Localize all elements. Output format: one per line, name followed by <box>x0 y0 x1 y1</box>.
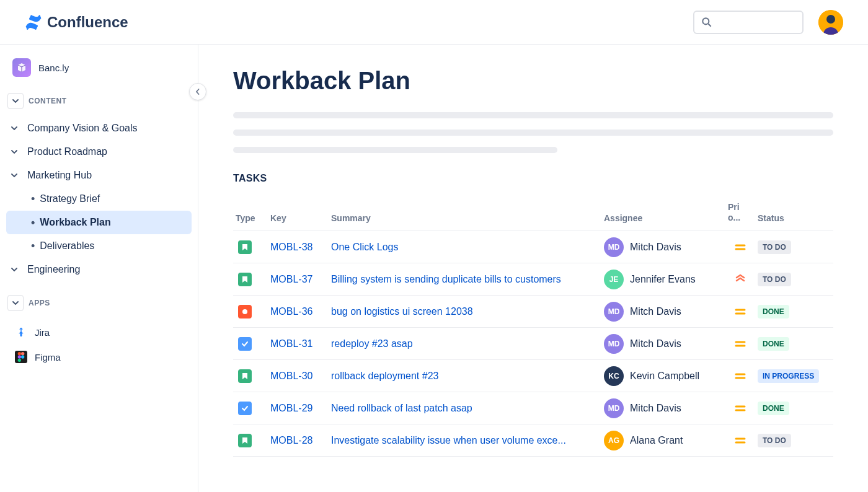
svg-point-6 <box>18 355 21 358</box>
type-cell <box>233 337 268 351</box>
issue-key-link[interactable]: MOBL-29 <box>268 403 329 414</box>
assignee-cell[interactable]: MD Mitch Davis <box>601 237 725 257</box>
bullet-icon: • <box>31 217 35 228</box>
col-header-status[interactable]: Status <box>755 208 823 231</box>
table-header-row: Type Key Summary Assignee Pri o... Statu… <box>233 191 833 231</box>
tree-item-deliverables[interactable]: • Deliverables <box>6 234 192 258</box>
issue-summary-link[interactable]: bug on logistics ui screen 12038 <box>329 306 601 317</box>
issue-key-link[interactable]: MOBL-28 <box>268 435 329 446</box>
status-cell: DONE <box>755 402 823 415</box>
app-item-figma[interactable]: Figma <box>6 345 192 369</box>
status-badge: DONE <box>758 402 789 415</box>
table-row[interactable]: MOBL-29 Need rollback of last patch asap… <box>233 392 833 424</box>
content-section-header[interactable]: CONTENT <box>6 88 192 114</box>
issue-key-link[interactable]: MOBL-31 <box>268 338 329 349</box>
type-cell <box>233 369 268 383</box>
issue-summary-link[interactable]: One Click Logs <box>329 242 601 253</box>
col-header-type[interactable]: Type <box>233 208 268 231</box>
story-type-icon <box>238 240 252 254</box>
search-input[interactable] <box>693 11 804 34</box>
app-name: Confluence <box>47 14 128 31</box>
apps-section-label: APPS <box>29 299 50 307</box>
bullet-icon: • <box>31 193 35 204</box>
type-cell <box>233 305 268 318</box>
svg-line-1 <box>709 24 711 26</box>
assignee-cell[interactable]: MD Mitch Davis <box>601 334 725 354</box>
sidebar: Banc.ly CONTENT Company Vision & Goals P… <box>0 45 198 492</box>
issue-summary-link[interactable]: Billing system is sending duplicate bill… <box>329 274 601 285</box>
assignee-avatar: MD <box>604 302 624 322</box>
tree-item-engineering[interactable]: Engineering <box>6 258 192 281</box>
issue-summary-link[interactable]: redeploy #23 asap <box>329 338 601 349</box>
col-header-key[interactable]: Key <box>268 208 329 231</box>
table-row[interactable]: MOBL-30 rollback deployment #23 KC Kevin… <box>233 360 833 392</box>
chevron-down-icon <box>11 149 22 155</box>
assignee-avatar: JE <box>604 270 624 289</box>
type-cell <box>233 240 268 254</box>
priority-high-icon <box>728 273 753 286</box>
assignee-name: Mitch Davis <box>630 306 681 317</box>
assignee-cell[interactable]: JE Jennifer Evans <box>601 270 725 289</box>
app-item-jira[interactable]: Jira <box>6 320 192 345</box>
status-cell: TO DO <box>755 240 823 254</box>
issue-key-link[interactable]: MOBL-30 <box>268 371 329 382</box>
priority-cell <box>725 434 755 447</box>
tree-item-workback-plan[interactable]: • Workback Plan <box>6 211 192 234</box>
status-badge: IN PROGRESS <box>758 369 819 383</box>
svg-point-7 <box>21 355 24 358</box>
issue-summary-link[interactable]: Need rollback of last patch asap <box>329 403 601 414</box>
confluence-logo[interactable]: Confluence <box>25 14 128 31</box>
col-header-priority[interactable]: Pri o... <box>725 197 755 231</box>
chevron-down-icon <box>11 125 22 131</box>
apps-list: Jira Figma <box>6 316 192 369</box>
tree-item-product-roadmap[interactable]: Product Roadmap <box>6 140 192 164</box>
priority-cell <box>725 273 755 286</box>
table-row[interactable]: MOBL-28 Investigate scalability issue wh… <box>233 424 833 457</box>
tasks-heading: TASKS <box>233 173 833 184</box>
assignee-name: Mitch Davis <box>630 338 681 349</box>
status-badge: DONE <box>758 305 789 318</box>
task-type-icon <box>238 337 252 351</box>
assignee-cell[interactable]: MD Mitch Davis <box>601 398 725 418</box>
issue-key-link[interactable]: MOBL-38 <box>268 242 329 253</box>
issue-key-link[interactable]: MOBL-37 <box>268 274 329 285</box>
svg-point-11 <box>242 309 247 314</box>
assignee-cell[interactable]: KC Kevin Campbell <box>601 366 725 386</box>
table-row[interactable]: MOBL-37 Billing system is sending duplic… <box>233 263 833 296</box>
tree-item-marketing-hub[interactable]: Marketing Hub <box>6 164 192 187</box>
task-type-icon <box>238 402 252 415</box>
jira-icon <box>15 326 27 338</box>
col-header-assignee[interactable]: Assignee <box>601 208 725 231</box>
col-header-summary[interactable]: Summary <box>329 208 601 231</box>
status-badge: TO DO <box>758 434 791 447</box>
table-row[interactable]: MOBL-36 bug on logistics ui screen 12038… <box>233 296 833 328</box>
bullet-icon: • <box>31 240 35 252</box>
assignee-cell[interactable]: MD Mitch Davis <box>601 302 725 322</box>
user-avatar[interactable] <box>818 10 843 35</box>
figma-icon <box>15 351 27 363</box>
top-header: Confluence <box>0 0 868 45</box>
space-header[interactable]: Banc.ly <box>6 56 192 88</box>
tree-item-company-vision[interactable]: Company Vision & Goals <box>6 116 192 140</box>
issue-summary-link[interactable]: rollback deployment #23 <box>329 371 601 382</box>
assignee-cell[interactable]: AG Alana Grant <box>601 431 725 450</box>
issue-key-link[interactable]: MOBL-36 <box>268 306 329 317</box>
priority-cell <box>725 370 755 382</box>
space-name: Banc.ly <box>38 63 69 73</box>
table-row[interactable]: MOBL-38 One Click Logs MD Mitch Davis TO… <box>233 231 833 263</box>
apps-section-header[interactable]: APPS <box>6 290 192 316</box>
priority-medium-icon <box>728 370 753 382</box>
sidebar-collapse-button[interactable] <box>189 83 206 100</box>
svg-point-0 <box>702 18 709 24</box>
story-type-icon <box>238 434 252 447</box>
priority-medium-icon <box>728 338 753 350</box>
tree-item-strategy-brief[interactable]: • Strategy Brief <box>6 187 192 211</box>
confluence-logo-icon <box>25 14 42 31</box>
status-cell: DONE <box>755 305 823 318</box>
priority-cell <box>725 402 755 415</box>
status-cell: DONE <box>755 337 823 351</box>
page-title: Workback Plan <box>233 67 833 95</box>
table-row[interactable]: MOBL-31 redeploy #23 asap MD Mitch Davis… <box>233 328 833 360</box>
assignee-avatar: AG <box>604 431 624 450</box>
issue-summary-link[interactable]: Investigate scalability issue when user … <box>329 435 601 446</box>
